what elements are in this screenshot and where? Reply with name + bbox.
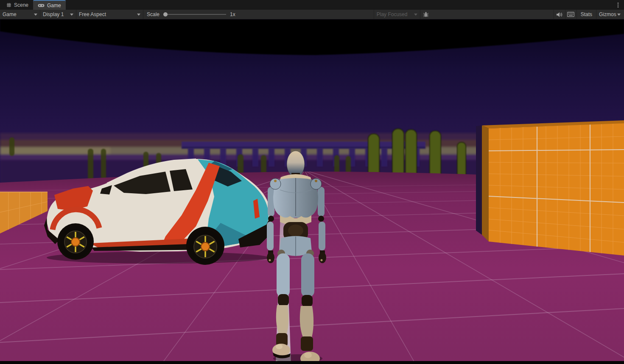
tab-bar: Scene Game — [0, 0, 624, 10]
toolbar-right-group: Stats Gizmos — [554, 10, 624, 19]
bug-icon — [423, 11, 429, 17]
vsync-keyboard-button[interactable] — [565, 10, 576, 19]
debug-bug-button[interactable] — [420, 10, 431, 19]
unity-game-view-window: Scene Game Game Display 1 — [0, 0, 624, 364]
tab-game[interactable]: Game — [33, 0, 66, 10]
gizmos-dropdown[interactable]: Gizmos — [596, 10, 624, 19]
game-viewport[interactable] — [0, 19, 624, 364]
scene-grid-icon — [6, 3, 11, 8]
viewport-bottom-strip — [0, 361, 624, 364]
play-focused-dropdown[interactable]: Play Focused — [374, 10, 420, 19]
chevron-down-icon — [137, 14, 140, 16]
aspect-ratio-dropdown[interactable]: Free Aspect — [76, 10, 143, 19]
tab-options-kebab-icon[interactable] — [615, 2, 621, 8]
gamepad-icon — [38, 3, 45, 8]
scale-control: Scale 1x — [143, 10, 239, 19]
orange-wall-right — [476, 120, 624, 256]
display-dropdown[interactable]: Display 1 — [40, 10, 76, 19]
chevron-down-icon — [617, 14, 621, 16]
chevron-down-icon — [34, 14, 37, 16]
chevron-down-icon — [70, 14, 73, 16]
scale-slider[interactable] — [163, 10, 226, 19]
display-dropdown-label: Display 1 — [43, 11, 64, 17]
keyboard-icon — [567, 12, 574, 17]
game-view-dropdown[interactable]: Game — [0, 10, 40, 19]
chevron-down-icon — [414, 14, 417, 16]
tab-scene[interactable]: Scene — [2, 0, 33, 10]
game-view-dropdown-label: Game — [3, 11, 17, 17]
stats-label: Stats — [581, 11, 592, 17]
game-view-toolbar: Game Display 1 Free Aspect Scale 1x Play… — [0, 10, 624, 19]
scale-label: Scale — [147, 11, 159, 17]
play-focused-label: Play Focused — [377, 11, 408, 17]
scale-slider-knob[interactable] — [163, 12, 168, 17]
stats-button[interactable]: Stats — [576, 10, 596, 19]
game-scene-render — [0, 19, 624, 364]
tab-scene-label: Scene — [14, 2, 28, 8]
tab-game-label: Game — [47, 3, 61, 8]
scale-slider-track[interactable] — [163, 14, 226, 15]
gizmos-label: Gizmos — [599, 11, 616, 17]
scale-value: 1x — [230, 11, 235, 17]
mute-audio-button[interactable] — [554, 10, 565, 19]
aspect-ratio-dropdown-label: Free Aspect — [79, 11, 106, 17]
car-front-wheel — [60, 226, 91, 258]
car-rear-wheel — [189, 230, 222, 263]
speaker-icon — [556, 12, 563, 17]
